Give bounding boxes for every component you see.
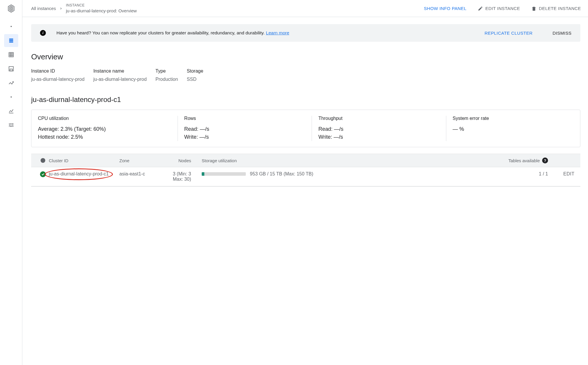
breadcrumb: All instances INSTANCE ju-as-diurnal-lat… xyxy=(31,3,137,14)
svg-rect-9 xyxy=(12,123,14,124)
dismiss-button[interactable]: DISMISS xyxy=(553,31,572,36)
stat-tp-write: Write: —/s xyxy=(318,133,439,141)
product-logo[interactable] xyxy=(0,0,22,17)
stat-cpu-hot: Hottest node: 2.5% xyxy=(38,133,171,141)
cluster-table: Cluster ID Zone Nodes Storage utilizatio… xyxy=(31,154,580,187)
topbar: All instances INSTANCE ju-as-diurnal-lat… xyxy=(22,0,588,17)
svg-rect-11 xyxy=(11,125,11,125)
field-value-instance-id: ju-as-diurnal-latency-prod xyxy=(31,77,84,82)
breadcrumb-title: ju-as-diurnal-latency-prod: Overview xyxy=(66,8,137,14)
svg-rect-8 xyxy=(10,123,12,124)
replicate-cluster-button[interactable]: REPLICATE CLUSTER xyxy=(485,31,532,36)
cell-cluster-id[interactable]: ju-as-diurnal-latency-prod-c1 xyxy=(49,171,109,176)
replication-banner: i Have you heard? You can now replicate … xyxy=(31,24,580,42)
sidebar xyxy=(0,0,22,365)
nav-item-monitoring[interactable] xyxy=(4,105,18,118)
th-tables: Tables available ? xyxy=(495,158,548,163)
cell-nodes: 3 (Min: 3 Max: 30) xyxy=(163,171,202,182)
cell-tables: 1 / 1 xyxy=(495,171,548,177)
stat-label-cpu: CPU utilization xyxy=(38,116,171,121)
field-label-type: Type xyxy=(156,68,178,74)
backup-icon xyxy=(8,66,14,72)
table-header: Cluster ID Zone Nodes Storage utilizatio… xyxy=(31,154,580,167)
field-value-instance-name: ju-as-diurnal-latency-prod xyxy=(93,77,146,82)
pencil-icon xyxy=(478,6,483,11)
stat-label-error: System error rate xyxy=(453,116,574,121)
svg-rect-15 xyxy=(12,126,13,127)
hexagon-logo-icon xyxy=(6,4,16,14)
svg-rect-10 xyxy=(9,125,10,125)
field-value-storage: SSD xyxy=(187,77,203,82)
page-title: Overview xyxy=(31,52,580,61)
stat-cpu-avg: Average: 2.3% (Target: 60%) xyxy=(38,125,171,133)
status-ok-icon xyxy=(40,171,46,177)
field-label-instance-name: Instance name xyxy=(93,68,146,74)
heatmap-icon xyxy=(8,123,14,128)
info-icon: i xyxy=(40,30,46,36)
svg-rect-7 xyxy=(9,123,10,124)
cell-zone: asia-east1-c xyxy=(119,171,163,177)
nav-item-placeholder-2[interactable] xyxy=(4,91,18,103)
svg-rect-0 xyxy=(9,53,13,57)
nav-item-backups[interactable] xyxy=(4,62,18,75)
th-cluster-id[interactable]: Cluster ID xyxy=(49,158,119,163)
banner-text: Have you heard? You can now replicate yo… xyxy=(56,30,474,36)
edit-cluster-button[interactable]: EDIT xyxy=(563,171,574,176)
stat-rows-read: Read: —/s xyxy=(184,125,305,133)
storage-progress xyxy=(202,172,246,176)
field-value-type: Production xyxy=(156,77,178,82)
svg-rect-12 xyxy=(12,125,14,125)
nav-item-instances[interactable] xyxy=(4,34,18,47)
table-row: ju-as-diurnal-latency-prod-c1 asia-east1… xyxy=(31,167,580,186)
chart-icon xyxy=(8,108,14,114)
chevron-right-icon xyxy=(59,6,62,11)
arrows-icon xyxy=(8,80,14,86)
svg-rect-6 xyxy=(10,69,12,71)
svg-rect-13 xyxy=(9,126,9,127)
edit-instance-button[interactable]: EDIT INSTANCE xyxy=(478,6,520,11)
status-header-icon xyxy=(41,158,45,163)
field-label-instance-id: Instance ID xyxy=(31,68,84,74)
cluster-title: ju-as-diurnal-latency-prod-c1 xyxy=(31,96,580,104)
stat-rows-write: Write: —/s xyxy=(184,133,305,141)
th-nodes[interactable]: Nodes xyxy=(163,158,202,163)
field-label-storage: Storage xyxy=(187,68,203,74)
help-icon[interactable]: ? xyxy=(542,158,548,163)
stat-label-rows: Rows xyxy=(184,116,305,121)
nav-item-tables[interactable] xyxy=(4,48,18,61)
stat-error-value: — % xyxy=(453,125,574,133)
stat-tp-read: Read: —/s xyxy=(318,125,439,133)
learn-more-link[interactable]: Learn more xyxy=(266,30,289,35)
th-storage[interactable]: Storage utilization xyxy=(202,158,495,163)
breadcrumb-label: INSTANCE xyxy=(66,3,137,8)
stat-label-throughput: Throughput xyxy=(318,116,439,121)
nav-item-migration[interactable] xyxy=(4,76,18,89)
delete-instance-button[interactable]: DELETE INSTANCE xyxy=(531,6,581,11)
show-info-panel-button[interactable]: SHOW INFO PANEL xyxy=(424,6,467,11)
breadcrumb-current: INSTANCE ju-as-diurnal-latency-prod: Ove… xyxy=(66,3,137,14)
instance-fields: Instance ID ju-as-diurnal-latency-prod I… xyxy=(31,68,580,82)
cluster-stats-card: CPU utilization Average: 2.3% (Target: 6… xyxy=(31,110,580,147)
trash-icon xyxy=(531,6,537,11)
breadcrumb-root[interactable]: All instances xyxy=(31,6,56,11)
cell-storage-text: 953 GB / 15 TB (Max: 150 TB) xyxy=(250,171,313,177)
nav-item-placeholder-1[interactable] xyxy=(4,20,18,33)
nav-item-keyvis[interactable] xyxy=(4,119,18,132)
instances-icon xyxy=(8,38,14,43)
svg-rect-14 xyxy=(10,126,12,127)
table-icon xyxy=(8,52,14,58)
th-zone[interactable]: Zone xyxy=(119,158,163,163)
